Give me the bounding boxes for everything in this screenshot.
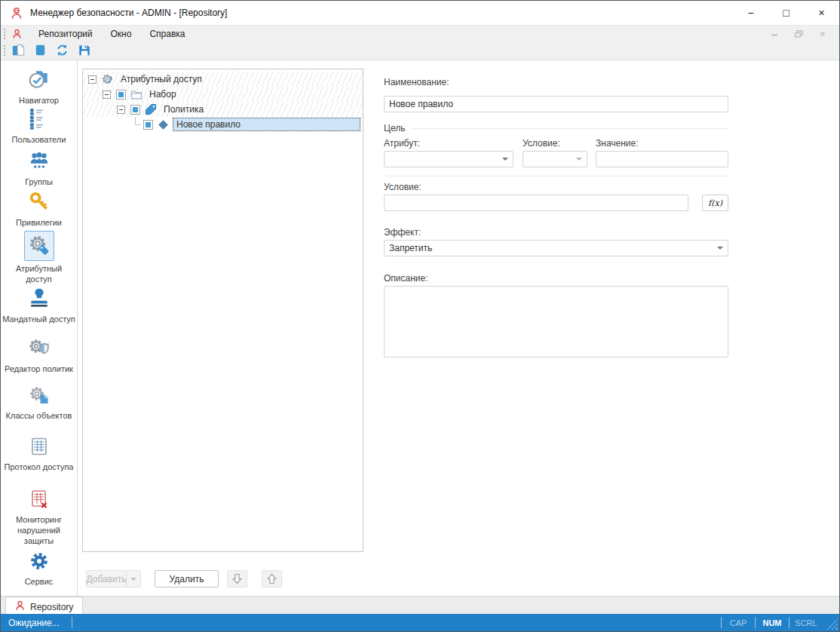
arrow-down-icon bbox=[232, 573, 242, 584]
diamond-icon bbox=[158, 121, 169, 128]
sidebar-item-users[interactable]: Пользователи bbox=[1, 107, 77, 145]
sidebar-item-label: Группы bbox=[23, 176, 54, 187]
mdi-tab-bar: Repository bbox=[1, 596, 839, 616]
sidebar-item-violation-monitoring[interactable]: Мониторинг нарушений защиты bbox=[1, 489, 77, 546]
gear-tag-icon bbox=[102, 73, 114, 85]
sidebar-item-groups[interactable]: Группы bbox=[1, 149, 77, 187]
status-separator bbox=[72, 617, 72, 628]
attribute-combobox[interactable] bbox=[384, 151, 514, 167]
effect-combobox-value: Запретить bbox=[389, 243, 714, 253]
goal-group-label: Цель bbox=[384, 123, 405, 133]
name-input[interactable] bbox=[384, 96, 728, 112]
value-label: Значение: bbox=[596, 138, 639, 149]
menu-item-window[interactable]: Окно bbox=[102, 26, 141, 41]
chevron-down-icon bbox=[717, 247, 723, 250]
move-down-button[interactable] bbox=[227, 570, 247, 588]
gear-document-icon bbox=[29, 385, 50, 408]
table-error-icon bbox=[29, 489, 50, 512]
document-icon[interactable] bbox=[29, 41, 51, 59]
collapse-expander-icon[interactable] bbox=[117, 106, 125, 114]
menu-bar: Репозиторий Окно Справка × bbox=[1, 25, 839, 41]
menu-person-icon bbox=[12, 29, 22, 39]
num-lock-indicator: NUM bbox=[756, 618, 789, 627]
checked-checkbox[interactable] bbox=[143, 120, 153, 130]
name-label: Наименование: bbox=[384, 77, 449, 87]
chevron-down-icon bbox=[502, 158, 508, 161]
sidebar-item-service[interactable]: Сервис bbox=[1, 551, 77, 587]
tree-node-policy[interactable]: Политика bbox=[83, 102, 363, 117]
delete-button[interactable]: Удалить bbox=[155, 570, 219, 588]
new-document-icon[interactable] bbox=[8, 41, 29, 59]
collapse-expander-icon[interactable] bbox=[88, 75, 97, 84]
tree-node-label: Набор bbox=[146, 87, 179, 101]
title-bar: Менеджер безопасности - ADMIN - [Reposit… bbox=[1, 1, 839, 25]
operator-combobox[interactable] bbox=[523, 151, 587, 167]
gear-tag-icon bbox=[28, 234, 51, 259]
attribute-label: Атрибут: bbox=[384, 138, 420, 149]
sidebar-item-attribute-access[interactable]: Атрибутный доступ bbox=[1, 231, 77, 284]
condition-input[interactable] bbox=[384, 195, 688, 211]
app-logo-person-icon bbox=[11, 7, 23, 20]
add-dropdown-button[interactable] bbox=[126, 570, 141, 588]
mdi-restore-icon[interactable] bbox=[795, 30, 803, 38]
arrow-up-icon bbox=[267, 573, 277, 584]
collapse-expander-icon[interactable] bbox=[103, 91, 111, 99]
close-button[interactable]: × bbox=[804, 1, 839, 25]
scroll-lock-indicator: SCRL bbox=[789, 618, 823, 627]
tree-node-label-selected[interactable]: Новое правило bbox=[173, 118, 360, 131]
sidebar-item-privileges[interactable]: Привилегии bbox=[1, 190, 77, 228]
minimize-button[interactable]: − bbox=[733, 1, 768, 25]
move-up-button[interactable] bbox=[262, 570, 282, 588]
repository-person-icon bbox=[15, 600, 25, 613]
sidebar-item-label: Пользователи bbox=[11, 134, 68, 145]
users-list-icon bbox=[28, 107, 51, 132]
tree-node-attribute-access[interactable]: Атрибутный доступ bbox=[83, 72, 363, 87]
sidebar-item-label: Навигатор bbox=[17, 95, 60, 106]
tree-node-set[interactable]: Набор bbox=[83, 87, 363, 102]
tree-node-new-rule[interactable]: Новое правило bbox=[83, 117, 363, 132]
sidebar-item-label: Сервис bbox=[23, 576, 55, 587]
mdi-close-icon[interactable]: × bbox=[820, 28, 826, 40]
tree-node-label: Политика bbox=[161, 103, 207, 116]
formula-editor-button[interactable]: f(x) bbox=[702, 195, 728, 211]
sidebar-item-navigator[interactable]: Навигатор bbox=[1, 68, 77, 106]
rule-form: Наименование: Цель Атрибут: Условие: Зна… bbox=[384, 60, 728, 596]
table-icon bbox=[29, 436, 50, 459]
menu-item-help[interactable]: Справка bbox=[140, 26, 194, 41]
key-icon bbox=[28, 190, 51, 215]
add-button[interactable]: Добавить bbox=[86, 570, 126, 588]
user-group-icon bbox=[28, 149, 51, 174]
refresh-icon[interactable] bbox=[51, 41, 73, 59]
sidebar-item-access-log[interactable]: Протокол доступа bbox=[1, 436, 77, 472]
sidebar-item-label: Редактор политик bbox=[3, 364, 75, 374]
resize-grip[interactable] bbox=[826, 618, 838, 630]
description-textarea[interactable] bbox=[384, 286, 728, 357]
folder-icon bbox=[130, 88, 143, 100]
main-content: Навигатор Пользователи bbox=[1, 60, 839, 596]
save-icon[interactable] bbox=[73, 41, 95, 59]
toolbar bbox=[1, 41, 839, 60]
condition-label: Условие: bbox=[384, 182, 422, 192]
menu-grip-handle[interactable] bbox=[3, 28, 6, 39]
chevron-down-icon bbox=[576, 158, 582, 161]
sidebar-item-object-classes[interactable]: Классы объектов bbox=[1, 385, 77, 421]
gear-icon bbox=[29, 551, 50, 574]
effect-combobox[interactable]: Запретить bbox=[384, 240, 728, 256]
caps-lock-indicator: CAP bbox=[722, 618, 755, 627]
sidebar-item-label: Мониторинг нарушений защиты bbox=[1, 514, 77, 546]
goal-group-line bbox=[412, 128, 728, 129]
value-input[interactable] bbox=[596, 151, 728, 167]
sidebar-item-mandatory-access[interactable]: Мандатный доступ bbox=[1, 287, 77, 324]
sidebar-item-label: Мандатный доступ bbox=[1, 314, 77, 324]
menu-item-repository[interactable]: Репозиторий bbox=[29, 26, 102, 41]
maximize-button[interactable]: □ bbox=[768, 1, 804, 25]
operator-label: Условие: bbox=[523, 138, 560, 149]
toolbar-grip-handle[interactable] bbox=[3, 44, 6, 56]
checked-checkbox[interactable] bbox=[130, 105, 140, 115]
window-title: Менеджер безопасности - ADMIN - [Reposit… bbox=[30, 8, 227, 18]
checked-checkbox[interactable] bbox=[116, 90, 126, 100]
mdi-minimize-icon[interactable] bbox=[771, 30, 778, 38]
stamp-icon bbox=[28, 287, 51, 311]
status-text: Ожидание... bbox=[8, 618, 60, 628]
sidebar-item-policy-editor[interactable]: Редактор политик bbox=[1, 336, 77, 374]
